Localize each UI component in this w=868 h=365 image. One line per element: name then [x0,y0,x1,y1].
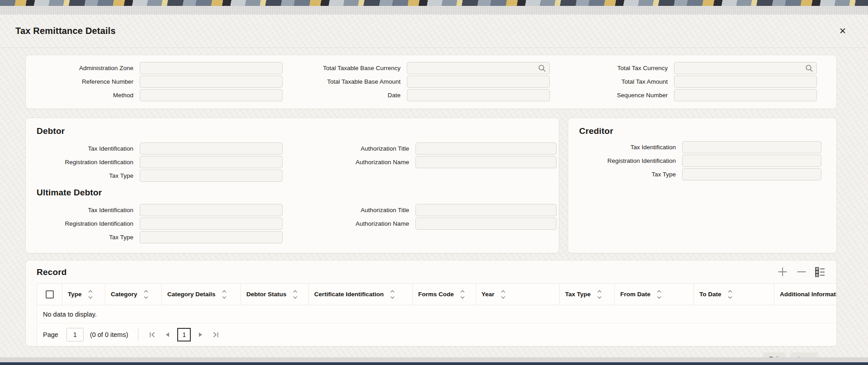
field-total-taxable-base-currency: Total Taxable Base Currency [304,62,560,74]
administration-zone-label: Administration Zone [37,65,140,71]
debtor-authorization-title-label: Authorization Title [298,145,415,152]
column-header-certificate-identification[interactable]: Certificate Identification [309,284,413,305]
sequence-number-label: Sequence Number [571,92,674,99]
column-label: Type [68,291,82,298]
search-icon[interactable] [805,64,813,74]
debtor-authorization-title-input[interactable] [416,143,556,154]
application-window: Tax Remittance Details ✕ Administration … [0,0,868,365]
sort-icon[interactable] [222,290,226,299]
remove-row-icon[interactable] [796,266,807,278]
reference-number-label: Reference Number [37,78,140,85]
last-page-icon[interactable] [210,329,222,341]
page-label: Page [43,331,58,338]
creditor-tax-type-input[interactable] [683,169,821,180]
administration-zone-input[interactable] [140,62,282,74]
ultimate-debtor-authorization-name-label: Authorization Name [298,220,415,227]
debtor-tax-identification-label: Tax Identification [37,145,140,152]
sequence-number-input[interactable] [675,90,816,101]
dialog-footer: Exit Save [25,346,837,357]
add-row-icon[interactable] [777,266,788,278]
tax-remittance-dialog: Tax Remittance Details ✕ Administration … [0,14,868,357]
header-fields-col-3: Total Tax Currency Total Tax Amount [571,61,827,103]
sort-icon[interactable] [293,290,297,299]
ultimate-debtor-authorization-title-label: Authorization Title [298,207,415,213]
close-icon[interactable]: ✕ [837,25,848,37]
date-input[interactable] [407,90,549,101]
creditor-registration-identification-input[interactable] [683,155,821,166]
column-header-category-details[interactable]: Category Details [162,284,241,305]
sort-icon[interactable] [501,290,505,299]
next-page-icon[interactable] [195,329,207,341]
sort-icon[interactable] [390,290,395,299]
column-header-tax-type[interactable]: Tax Type [560,284,615,305]
bottom-gray-bar [0,357,868,362]
column-label: Category [111,291,137,298]
items-count: (0 of 0 items) [90,331,128,338]
current-page-indicator[interactable]: 1 [177,328,191,341]
header-fields-panel: Administration Zone Reference Number Met… [25,55,837,109]
sort-icon[interactable] [657,290,661,299]
column-header-forms-code[interactable]: Forms Code [413,284,476,305]
debtor-tax-type-input[interactable] [140,170,282,181]
column-header-year[interactable]: Year [476,284,560,305]
column-header-debtor-status[interactable]: Debtor Status [241,284,309,305]
column-header-type[interactable]: Type [62,284,105,305]
dialog-body: Administration Zone Reference Number Met… [0,48,868,357]
ultimate-debtor-authorization-name-input[interactable] [416,218,556,229]
debtor-panel: Debtor Tax Identification Registration I… [25,118,559,253]
column-header-category[interactable]: Category [105,284,162,305]
debtor-tax-identification-input[interactable] [140,143,282,154]
ultimate-debtor-tax-identification-input[interactable] [140,204,282,216]
total-taxable-base-amount-input[interactable] [407,76,549,87]
total-taxable-base-currency-label: Total Taxable Base Currency [304,65,407,71]
field-debtor-tax-identification: Tax Identification [37,142,283,155]
pagination-divider [138,329,138,341]
sort-icon[interactable] [728,290,732,299]
column-header-from-date[interactable]: From Date [615,284,694,305]
method-input[interactable] [140,90,282,101]
page-number-input[interactable] [66,328,84,341]
debtor-creditor-row: Debtor Tax Identification Registration I… [25,118,837,253]
record-table-header: Type Category Category Details Debt [37,284,836,305]
ultimate-debtor-registration-identification-input[interactable] [140,218,282,229]
field-debtor-authorization-title: Authorization Title [298,142,557,155]
previous-page-icon[interactable] [161,329,173,341]
ultimate-debtor-tax-type-input[interactable] [140,232,282,243]
sort-icon[interactable] [88,290,93,299]
debtor-authorization-name-input[interactable] [416,156,556,168]
select-all-cell [37,284,62,305]
creditor-tax-identification-input[interactable] [683,142,821,153]
column-header-additional-information[interactable]: Additional Information [774,284,836,305]
field-administration-zone: Administration Zone [37,62,293,74]
debtor-registration-identification-input[interactable] [140,156,282,168]
total-taxable-base-amount-label: Total Taxable Base Amount [304,78,407,85]
header-fields-col-1: Administration Zone Reference Number Met… [37,61,293,103]
exit-button[interactable]: Exit [763,352,786,357]
background-pattern-stripe-2 [0,6,868,14]
method-label: Method [37,92,140,99]
field-total-tax-amount: Total Tax Amount [571,76,827,88]
sort-icon[interactable] [460,290,465,299]
total-tax-currency-input[interactable] [675,62,816,74]
select-all-checkbox[interactable] [46,290,54,299]
total-tax-amount-label: Total Tax Amount [571,78,674,85]
save-button[interactable]: Save [790,352,817,357]
pagination-bar: Page (0 of 0 items) 1 [37,323,836,346]
search-icon[interactable] [538,64,546,74]
field-debtor-authorization-name: Authorization Name [298,156,557,168]
checklist-icon[interactable] [815,266,826,277]
total-tax-amount-input[interactable] [675,76,816,87]
sort-icon[interactable] [597,290,602,299]
reference-number-input[interactable] [140,76,282,87]
field-debtor-registration-identification: Registration Identification [37,156,283,168]
field-ultimate-debtor-authorization-name: Authorization Name [298,218,557,230]
column-header-to-date[interactable]: To Date [694,284,774,305]
total-taxable-base-currency-input[interactable] [407,62,549,74]
field-ultimate-debtor-registration-identification: Registration Identification [37,218,283,230]
creditor-panel: Creditor Tax Identification Registration… [568,118,837,253]
sort-icon[interactable] [144,290,148,299]
ultimate-debtor-authorization-title-input[interactable] [416,204,556,216]
background-pattern-stripe [0,0,868,6]
record-table: Type Category Category Details Debt [37,283,836,346]
first-page-icon[interactable] [146,329,158,341]
